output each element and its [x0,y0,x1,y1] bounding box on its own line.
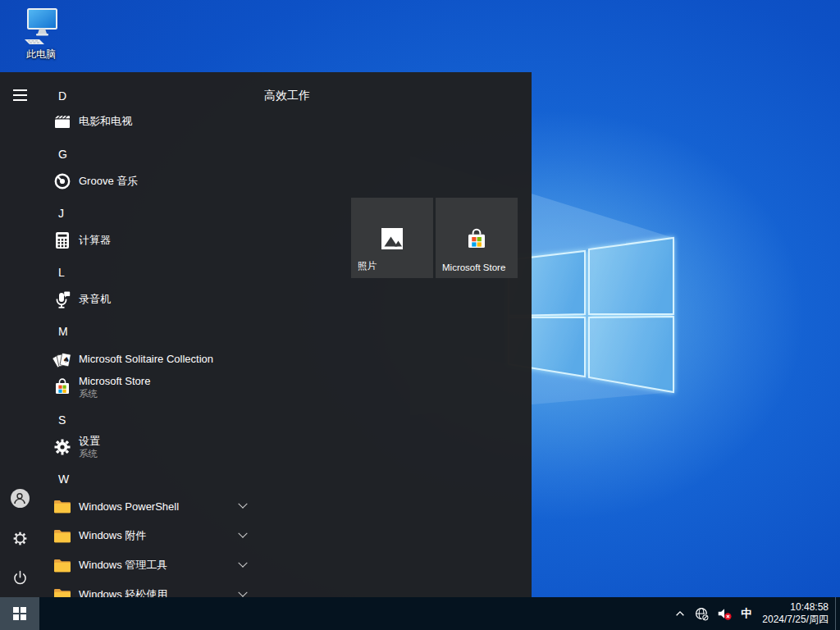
app-item-voice-recorder[interactable]: 录音机 [39,285,254,314]
power-button[interactable] [0,558,39,597]
app-item-settings[interactable]: 设置 系统 [39,432,254,462]
chevron-down-icon [238,529,247,538]
menu-expand-button[interactable] [0,75,39,115]
app-sublabel: 系统 [79,388,150,399]
start-button[interactable] [0,597,39,630]
app-item-movies-tv[interactable]: 电影和电视 [39,107,254,136]
app-label: 设置 [79,435,100,448]
app-list-letter-s[interactable]: S [54,411,84,429]
app-list-letter-j[interactable]: J [54,204,84,222]
taskbar: 中 10:48:58 2024/7/25/周四 [0,597,840,630]
folder-icon [52,496,72,516]
tile-photos[interactable]: 照片 [351,198,433,278]
settings-gear-icon [52,437,72,457]
app-list-letter-g[interactable]: G [54,145,84,163]
app-label: Windows 附件 [79,528,146,543]
app-list-letter-m[interactable]: M [54,322,84,340]
windows-logo-icon [13,607,27,621]
show-desktop-button[interactable] [835,597,840,630]
start-menu: D G J L M S W 电影和电视 Groove 音乐 [0,72,532,597]
solitaire-icon: ♠ [52,349,72,368]
tile-label: 照片 [358,260,377,272]
chevron-down-icon [238,500,247,509]
power-icon [11,569,29,587]
app-item-calculator[interactable]: 计算器 [39,226,254,255]
movies-tv-icon [52,112,72,131]
app-label: Windows 管理工具 [79,558,167,573]
folder-icon [52,526,72,546]
chevron-up-icon [674,608,686,619]
chevron-down-icon [238,559,247,568]
microsoft-store-icon [52,377,72,397]
tile-group-header: 高效工作 [264,89,310,103]
taskbar-clock[interactable]: 10:48:58 2024/7/25/周四 [758,597,835,630]
network-disconnected-icon [694,606,710,622]
app-label: Windows PowerShell [79,500,179,513]
app-list-letter-d[interactable]: D [54,87,84,105]
app-item-windows-accessories[interactable]: Windows 附件 [39,521,254,550]
app-label: Groove 音乐 [79,174,138,189]
app-label: Microsoft Solitaire Collection [79,353,213,365]
app-list-letter-l[interactable]: L [54,263,84,281]
clock-time: 10:48:58 [790,601,829,614]
desktop-icon-this-pc[interactable]: 此电脑 [10,7,72,62]
app-label: 计算器 [79,233,111,248]
hamburger-icon [13,89,27,100]
ime-indicator[interactable]: 中 [735,597,758,630]
photos-icon [381,227,404,253]
user-avatar-icon [11,489,30,508]
app-item-solitaire[interactable]: ♠ Microsoft Solitaire Collection [39,344,254,373]
network-status-button[interactable] [691,597,713,630]
voice-recorder-icon [52,290,72,309]
app-item-groove-music[interactable]: Groove 音乐 [39,167,254,196]
show-hidden-icons-button[interactable] [669,597,691,630]
microsoft-store-icon [464,227,489,255]
folder-icon [52,585,72,597]
app-label: Microsoft Store [79,375,150,388]
settings-rail-button[interactable] [0,518,39,558]
volume-button[interactable] [713,597,735,630]
app-label: Windows 轻松使用 [79,587,167,597]
desktop-icon-label: 此电脑 [26,48,56,62]
app-item-windows-admin-tools[interactable]: Windows 管理工具 [39,550,254,580]
app-item-windows-ease-of-access[interactable]: Windows 轻松使用 [39,580,254,597]
app-sublabel: 系统 [79,448,100,459]
app-label: 录音机 [79,292,111,307]
tile-microsoft-store[interactable]: Microsoft Store [436,198,518,278]
app-item-microsoft-store[interactable]: Microsoft Store 系统 [39,372,254,402]
tile-label: Microsoft Store [442,262,505,272]
app-item-windows-powershell[interactable]: Windows PowerShell [39,491,254,521]
calculator-icon [52,231,72,250]
volume-muted-icon [716,605,733,622]
app-list-letter-w[interactable]: W [54,470,84,488]
system-tray: 中 10:48:58 2024/7/25/周四 [669,597,840,630]
app-label: 电影和电视 [79,114,132,129]
chevron-down-icon [238,588,247,597]
clock-date: 2024/7/25/周四 [762,614,829,626]
gear-icon [11,530,29,547]
folder-icon [52,555,72,575]
this-pc-icon [21,7,61,46]
groove-music-icon [52,171,72,191]
user-account-button[interactable] [0,478,39,518]
